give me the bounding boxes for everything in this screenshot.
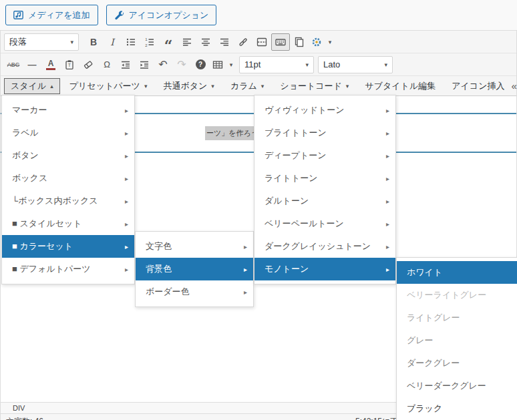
special-char-button[interactable]: Ω [98,56,116,73]
menu-item-dark-gray[interactable]: ダークグレー [397,352,517,375]
table-button[interactable]: ▾ [210,56,235,73]
menu-item-monotone[interactable]: モノトーン▸ [254,258,395,280]
menu-item-deep-tone[interactable]: ディープトーン▸ [254,144,395,167]
menubar-label: ショートコード [280,80,342,92]
element-path[interactable]: DIV [13,404,25,412]
menu-item-gray[interactable]: グレー [397,329,517,352]
font-size-select[interactable]: 11pt ▾ [239,56,314,73]
menu-item-label: ベリーライトグレー [407,289,517,301]
menubar-preset-parts[interactable]: プリセットパーツ▾ [63,78,154,94]
clipboard-icon: T [64,59,75,70]
submenu-arrow-icon: ▸ [386,130,389,137]
read-more-icon [256,37,267,47]
menu-item-box-in-box[interactable]: └ボックス内ボックス▸ [2,190,134,212]
menu-item-label[interactable]: ラベル▸ [2,122,134,144]
menu-item-black[interactable]: ブラック [397,397,517,420]
menu-item-light-tone[interactable]: ライトトーン▸ [254,167,395,190]
settings-button[interactable]: ▾ [309,33,334,51]
help-button[interactable]: ? [191,56,210,73]
menu-item-default-parts[interactable]: ■ デフォルトパーツ▸ [2,258,134,280]
menu-item-text-color[interactable]: 文字色▸ [136,235,253,258]
add-media-button[interactable]: メディアを追加 [5,5,98,25]
style-menu: マーカー▸ラベル▸ボタン▸ボックス▸└ボックス内ボックス▸■ スタイルセット▸■… [1,95,135,284]
menu-item-label: 背景色 [146,263,238,275]
menu-item-very-light-gray[interactable]: ベリーライトグレー [397,284,517,306]
menu-item-label: 文字色 [146,240,238,252]
font-size-value: 11pt [244,59,261,69]
align-right-button[interactable] [215,33,234,51]
copy-pages-button[interactable] [290,33,309,51]
menu-item-label: ■ スタイルセット [12,218,120,230]
media-icon [13,11,23,19]
bold-button[interactable]: B [84,33,103,51]
chevron-down-icon: ▾ [70,39,73,45]
eraser-icon [83,59,94,70]
toolbar-toggle-button[interactable] [271,33,290,51]
undo-button[interactable]: ↶ [154,56,172,73]
menubar-icon-insert[interactable]: アイコン挿入 [445,78,511,94]
menu-item-label: ディープトーン [265,150,381,162]
menu-item-label: ボタン [12,150,120,162]
menu-item-button[interactable]: ボタン▸ [2,144,134,167]
menu-item-color-set[interactable]: ■ カラーセット▸ [2,235,134,258]
indent-button[interactable] [135,56,154,73]
menu-item-label: ダークグレー [407,357,517,369]
menubar-common-buttons[interactable]: 共通ボタン▾ [156,78,220,94]
menu-item-background-color[interactable]: 背景色▸ [136,258,253,280]
text-color-icon: A [46,59,55,70]
bullet-list-button[interactable] [122,33,140,51]
submenu-arrow-icon: ▸ [386,266,389,273]
align-left-button[interactable] [178,33,196,51]
menubar-shortcode[interactable]: ショートコード▾ [273,78,355,94]
numbered-list-button[interactable]: 12 [140,33,159,51]
blockquote-button[interactable]: “ [159,33,178,51]
menu-item-very-pale-tone[interactable]: ベリーペールトーン▸ [254,212,395,235]
strikethrough-button[interactable]: ABC [4,56,23,73]
menu-item-dark-grayish-tone[interactable]: ダークグレイッシュトーン▸ [254,235,395,258]
format-select[interactable]: 段落 ▾ [4,33,79,51]
menu-item-label: ■ デフォルトパーツ [12,263,120,275]
submenu-arrow-icon: ▸ [386,220,389,228]
menubar-subtitle-edit[interactable]: サブタイトル編集 [358,78,442,94]
read-more-button[interactable] [252,33,271,51]
caret-up-icon: ▴ [50,83,53,89]
menu-item-label: グレー [407,335,517,347]
align-center-button[interactable] [196,33,215,51]
menu-item-very-dark-gray[interactable]: ベリーダークグレー [397,375,517,397]
horizontal-rule-button[interactable]: — [23,56,41,73]
text-color-button[interactable]: A [41,56,60,73]
gear-icon [311,37,322,47]
menu-item-box[interactable]: ボックス▸ [2,167,134,190]
menu-item-white[interactable]: ホワイト [397,261,517,284]
caret-down-icon: ▾ [144,83,148,89]
overflow-chevron-icon[interactable]: « [511,80,517,91]
menu-item-dull-tone[interactable]: ダルトーン▸ [254,190,395,212]
menu-item-light-gray[interactable]: ライトグレー [397,306,517,329]
caret-down-icon: ▾ [211,83,214,89]
help-icon: ? [196,59,206,69]
remove-format-button[interactable] [79,56,98,73]
background-color-submenu: ヴィヴィッドトーン▸ブライトトーン▸ディープトーン▸ライトトーン▸ダルトーン▸ベ… [254,95,396,284]
menubar-styles[interactable]: スタイル▴ [4,78,60,94]
icon-options-button[interactable]: アイコンオプション [106,5,217,25]
menu-item-marker[interactable]: マーカー▸ [2,99,134,122]
menu-item-style-set[interactable]: ■ スタイルセット▸ [2,212,134,235]
italic-button[interactable]: I [103,33,122,51]
svg-text:2: 2 [145,43,148,47]
submenu-arrow-icon: ▸ [386,198,389,205]
menu-item-bright-tone[interactable]: ブライトトーン▸ [254,122,395,144]
redo-button[interactable]: ↷ [172,56,191,73]
top-button-bar: メディアを追加 アイコンオプション [0,0,517,30]
paste-as-text-button[interactable]: T [60,56,79,73]
add-media-label: メディアを追加 [28,9,90,21]
numbered-list-icon: 12 [144,37,155,47]
menu-item-border-color[interactable]: ボーダー色▸ [136,280,253,303]
menu-item-label: ヴィヴィッドトーン [265,104,381,116]
outdent-button[interactable] [116,56,135,73]
menu-item-vivid-tone[interactable]: ヴィヴィッドトーン▸ [254,99,395,122]
menubar-columns[interactable]: カラム▾ [224,78,271,94]
bullet-list-icon [126,37,136,47]
link-button[interactable] [234,33,252,51]
menu-item-label: ボーダー色 [146,286,238,298]
font-family-select[interactable]: Lato ▾ [318,56,393,73]
